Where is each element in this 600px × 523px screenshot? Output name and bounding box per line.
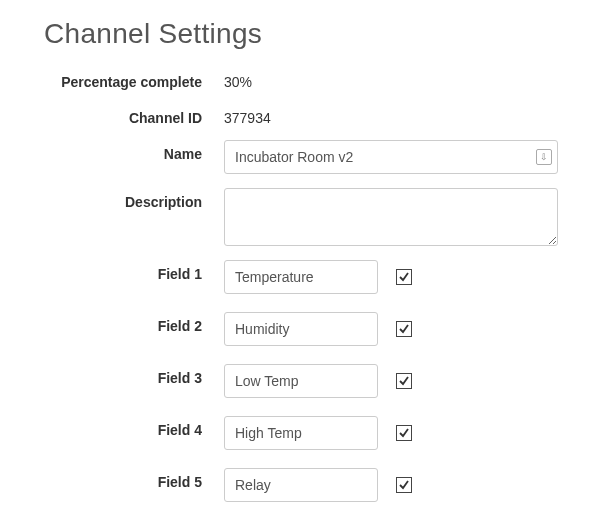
field-4-input[interactable]	[224, 416, 378, 450]
channel-id-label: Channel ID	[44, 104, 224, 126]
row-channel-id: Channel ID 377934	[44, 104, 570, 126]
field-5-checkbox[interactable]	[396, 477, 412, 493]
field-3-label: Field 3	[44, 364, 224, 386]
field-1-input[interactable]	[224, 260, 378, 294]
row-description: Description	[44, 188, 570, 246]
check-icon	[398, 375, 410, 387]
row-field-5: Field 5	[44, 468, 570, 502]
row-field-2: Field 2	[44, 312, 570, 346]
field-2-checkbox[interactable]	[396, 321, 412, 337]
check-icon	[398, 271, 410, 283]
percentage-complete-label: Percentage complete	[44, 68, 224, 90]
field-3-input[interactable]	[224, 364, 378, 398]
row-percentage-complete: Percentage complete 30%	[44, 68, 570, 90]
name-label: Name	[44, 140, 224, 162]
field-2-input[interactable]	[224, 312, 378, 346]
field-3-checkbox[interactable]	[396, 373, 412, 389]
check-icon	[398, 479, 410, 491]
field-4-checkbox[interactable]	[396, 425, 412, 441]
channel-id-value: 377934	[224, 104, 271, 126]
row-name: Name ⇩	[44, 140, 570, 174]
field-4-label: Field 4	[44, 416, 224, 438]
autofill-icon[interactable]: ⇩	[536, 149, 552, 165]
field-2-label: Field 2	[44, 312, 224, 334]
field-1-checkbox[interactable]	[396, 269, 412, 285]
row-field-3: Field 3	[44, 364, 570, 398]
row-field-4: Field 4	[44, 416, 570, 450]
description-textarea[interactable]	[224, 188, 558, 246]
check-icon	[398, 323, 410, 335]
field-1-label: Field 1	[44, 260, 224, 282]
field-5-label: Field 5	[44, 468, 224, 490]
row-field-1: Field 1	[44, 260, 570, 294]
description-label: Description	[44, 188, 224, 210]
percentage-complete-value: 30%	[224, 68, 252, 90]
channel-name-input[interactable]	[224, 140, 558, 174]
page-title: Channel Settings	[44, 18, 570, 50]
field-5-input[interactable]	[224, 468, 378, 502]
check-icon	[398, 427, 410, 439]
